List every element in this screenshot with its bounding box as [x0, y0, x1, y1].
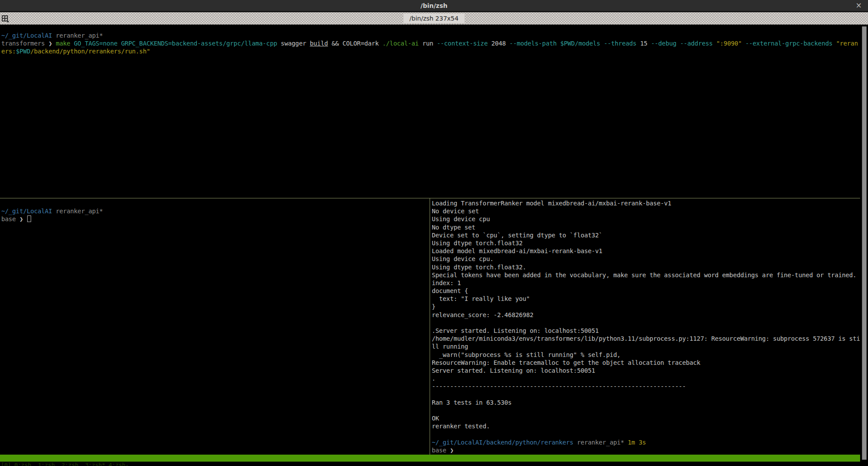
- terminal-text: run: [422, 40, 437, 47]
- status-window-list: [0] 0:zsh 1:zsh 2:zsh 3:zsh* 4:zsh-: [1, 462, 129, 466]
- terminal-text: document {: [432, 287, 468, 294]
- terminal-text: /backend/python/rerankers/run.sh": [30, 48, 150, 55]
- terminal-line: [1, 199, 430, 207]
- terminal-text: ~/_git/LocalAI: [1, 208, 52, 215]
- terminal-text: ers:: [1, 48, 16, 55]
- terminal-text: base: [432, 447, 450, 454]
- terminal-line: Using dtype torch.float32: [432, 239, 860, 247]
- terminal-line: text: "I really like you": [432, 295, 860, 303]
- terminal-text: Using dtype torch.float32: [432, 240, 523, 247]
- terminal-text: Special tokens have been added in the vo…: [432, 272, 857, 279]
- terminal-text: .Server started. Listening on: localhost…: [432, 327, 599, 334]
- terminal-text: Using device cpu: [432, 215, 490, 222]
- layout-grid-icon[interactable]: [2, 15, 10, 23]
- terminal-line: /home/mudler/miniconda3/envs/transformer…: [432, 335, 860, 342]
- terminal-line: Using device cpu: [432, 215, 860, 223]
- terminal-line: ~/_git/LocalAI reranker_api*: [1, 207, 430, 215]
- terminal-line: [432, 391, 860, 399]
- terminal-line: Using dtype torch.float32.: [432, 263, 860, 271]
- terminal-line: Using device cpu.: [432, 255, 860, 263]
- terminal-text: $PWD: [16, 48, 30, 55]
- terminal-text: "rerank: [836, 40, 858, 47]
- terminal-text: reranker_api*: [52, 32, 103, 39]
- tmux-status-bar: [0] 0:zsh 1:zsh 2:zsh 3:zsh* 4:zsh- "~/_…: [0, 455, 860, 462]
- terminal-text: Ran 3 tests in 63.530s: [432, 399, 512, 406]
- terminal-line: [432, 406, 860, 414]
- terminal-line: base ❯: [432, 446, 860, 454]
- terminal-text: --context-size: [437, 40, 491, 47]
- terminal-line: Special tokens have been added in the vo…: [432, 271, 860, 279]
- terminal-line: relevance_score: -2.46826982: [432, 311, 860, 319]
- terminal-text: ./local-ai: [382, 40, 422, 47]
- terminal-text: --models-path: [509, 40, 560, 47]
- terminal-line: base ❯: [1, 215, 430, 223]
- terminal-line: OK: [432, 414, 860, 422]
- scrollbar[interactable]: [860, 25, 868, 462]
- terminal-window: /bin/zsh × /bin/zsh 237x54 ~/_git/LocalA…: [0, 0, 868, 466]
- terminal-line: ----------------------------------------…: [432, 382, 860, 390]
- bottom-left-pane[interactable]: ~/_git/LocalAI reranker_api*base ❯: [0, 198, 430, 455]
- terminal-line: Ran 3 tests in 63.530s: [432, 399, 860, 406]
- terminal-text: base: [1, 215, 19, 222]
- terminal-text: && COLOR=dark: [328, 40, 382, 47]
- terminal-line: reranker tested.: [432, 422, 860, 430]
- scrollbar-thumb[interactable]: [862, 26, 867, 460]
- terminal-text: text: "I really like you": [432, 295, 530, 302]
- terminal-text: ":9090": [716, 40, 745, 47]
- terminal-text: Server started. Listening on: localhost:…: [432, 367, 595, 374]
- terminal-text: transformers: [1, 40, 49, 47]
- terminal-line: ~/_git/LocalAI reranker_api*: [1, 32, 858, 39]
- terminal-line: [432, 319, 860, 327]
- terminal-line: ~/_git/LocalAI/backend/python/rerankers …: [432, 438, 860, 446]
- terminal-text: $PWD/models: [560, 40, 604, 47]
- terminal-line: }: [432, 303, 860, 311]
- tab-label: /bin/zsh 237x54: [403, 14, 465, 23]
- terminal-text: reranker tested.: [432, 423, 490, 430]
- terminal-line: Device set to `cpu`, setting dtype to `f…: [432, 231, 860, 239]
- terminal-text: ❯: [450, 447, 453, 454]
- terminal-text: reranker_api*: [52, 208, 103, 215]
- terminal-text: ~/_git/LocalAI: [1, 32, 52, 39]
- terminal-line: ll running: [432, 342, 860, 350]
- top-pane[interactable]: ~/_git/LocalAI reranker_api*transformers…: [0, 25, 860, 198]
- terminal-text: ❯: [19, 215, 27, 222]
- terminal-text: ll running: [432, 343, 468, 350]
- terminal-text: No device set: [432, 208, 479, 215]
- tab-bar: /bin/zsh 237x54: [0, 12, 868, 25]
- terminal-text: reranker_api*: [573, 439, 624, 446]
- bottom-right-pane[interactable]: Loading TransformerRanker model mixedbre…: [430, 198, 860, 455]
- terminal-text: index: 1: [432, 279, 461, 286]
- close-icon[interactable]: ×: [856, 1, 862, 10]
- terminal-text: .: [432, 375, 435, 382]
- terminal-text: build: [310, 40, 328, 47]
- terminal-text: --external-grpc-backends: [745, 40, 836, 47]
- terminal-line: No dtype set: [432, 223, 860, 231]
- terminal-line: Loaded model mixedbread-ai/mxbai-rerank-…: [432, 247, 860, 255]
- terminal-text: ResourceWarning: Enable tracemalloc to g…: [432, 359, 701, 366]
- terminal-content: ~/_git/LocalAI reranker_api*transformers…: [0, 25, 860, 455]
- terminal-text: Loading TransformerRanker model mixedbre…: [432, 200, 671, 207]
- terminal-line: [432, 430, 860, 438]
- terminal-text: ~/_git/LocalAI/backend/python/rerankers: [432, 439, 573, 446]
- terminal-text: 2048: [491, 40, 509, 47]
- terminal-text: Using device cpu.: [432, 255, 494, 262]
- terminal-text: GO_TAGS=none GRPC_BACKENDS=backend-asset…: [74, 40, 281, 47]
- terminal-text: --debug --address: [651, 40, 716, 47]
- terminal-text: --threads: [604, 40, 640, 47]
- terminal-text: relevance_score: -2.46826982: [432, 311, 534, 318]
- terminal-line: .Server started. Listening on: localhost…: [432, 327, 860, 335]
- terminal-line: index: 1: [432, 279, 860, 287]
- terminal-text: Using dtype torch.float32.: [432, 264, 526, 271]
- terminal-line: Loading TransformerRanker model mixedbre…: [432, 199, 860, 207]
- terminal-text: swagger: [281, 40, 309, 47]
- text-cursor: [27, 215, 31, 222]
- terminal-text: }: [432, 303, 435, 310]
- terminal-line: Server started. Listening on: localhost:…: [432, 367, 860, 374]
- terminal-line: ers:$PWD/backend/python/rerankers/run.sh…: [1, 47, 858, 55]
- titlebar[interactable]: /bin/zsh ×: [0, 0, 868, 12]
- terminal-text: make: [56, 40, 74, 47]
- terminal-text: _warn("subprocess %s is still running" %…: [432, 351, 621, 358]
- terminal-line: document {: [432, 287, 860, 295]
- terminal-line: transformers ❯ make GO_TAGS=none GRPC_BA…: [1, 39, 858, 47]
- terminal-text: /home/mudler/miniconda3/envs/transformer…: [432, 335, 860, 342]
